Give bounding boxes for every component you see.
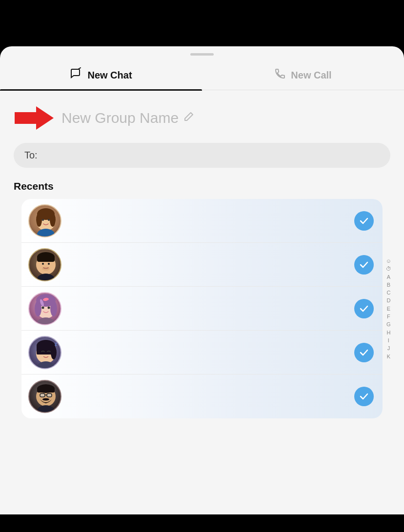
contact-item[interactable]: [21, 243, 383, 287]
sheet-wrapper: New Chat New Call New Group Name: [0, 0, 404, 532]
avatar: [28, 204, 61, 237]
svg-point-17: [37, 274, 55, 281]
alpha-char-a[interactable]: A: [387, 274, 390, 280]
svg-point-15: [48, 263, 50, 265]
avatar: z z z: [28, 336, 61, 369]
alpha-char-b[interactable]: B: [387, 281, 390, 288]
svg-point-24: [42, 306, 44, 309]
recents-label: Recents: [0, 178, 404, 199]
group-name-text[interactable]: New Group Name: [61, 110, 194, 126]
to-input[interactable]: [41, 150, 380, 161]
group-name-area: New Group Name: [0, 90, 404, 143]
svg-text:z: z: [57, 339, 59, 344]
check-badge[interactable]: [354, 343, 374, 362]
alpha-char-f[interactable]: F: [387, 313, 390, 320]
group-name-placeholder: New Group Name: [61, 110, 179, 126]
alpha-char-e[interactable]: E: [387, 305, 390, 312]
alpha-char-h[interactable]: H: [386, 329, 390, 336]
new-chat-icon: [70, 67, 82, 83]
svg-point-16: [42, 267, 50, 271]
contact-item[interactable]: z z z: [21, 331, 383, 374]
to-field[interactable]: To:: [14, 143, 390, 168]
avatar: [28, 248, 61, 281]
arrow-icon: [15, 105, 54, 131]
check-badge[interactable]: [354, 211, 374, 231]
tab-new-call-label: New Call: [291, 70, 331, 81]
contact-list: z z z: [21, 199, 383, 418]
svg-point-9: [37, 229, 55, 237]
alpha-char-j[interactable]: J: [387, 345, 390, 352]
to-field-wrapper: To:: [0, 143, 404, 178]
svg-point-36: [37, 361, 55, 369]
alpha-char-i[interactable]: I: [388, 337, 389, 344]
alpha-index: ☺ ⏱ A B C D E F G H I J K: [384, 254, 393, 364]
avatar: [28, 380, 61, 413]
svg-point-7: [42, 219, 44, 221]
tab-new-chat-label: New Chat: [87, 70, 132, 81]
tab-new-chat[interactable]: New Chat: [0, 59, 202, 90]
tab-new-call[interactable]: New Call: [202, 59, 404, 90]
alpha-char-g[interactable]: G: [386, 321, 391, 328]
edit-pencil-icon: [183, 111, 194, 125]
alpha-char-c[interactable]: C: [386, 289, 390, 296]
bottom-sheet: New Chat New Call New Group Name: [0, 46, 404, 514]
alpha-char-k[interactable]: K: [387, 353, 390, 360]
svg-point-27: [37, 317, 55, 325]
svg-point-25: [48, 306, 50, 309]
svg-point-21: [35, 301, 41, 316]
to-label: To:: [24, 150, 38, 161]
svg-text:z: z: [59, 338, 60, 341]
contact-item[interactable]: [21, 199, 383, 243]
contact-item[interactable]: [21, 374, 383, 418]
svg-rect-13: [37, 256, 55, 262]
svg-point-44: [42, 398, 49, 401]
check-badge[interactable]: [354, 387, 374, 406]
contact-item[interactable]: [21, 287, 383, 331]
alpha-char-emoji[interactable]: ☺: [386, 257, 391, 264]
svg-point-32: [51, 346, 57, 359]
svg-point-14: [42, 263, 44, 265]
svg-point-5: [36, 213, 42, 227]
svg-point-6: [50, 213, 56, 227]
check-badge[interactable]: [354, 299, 374, 318]
drag-handle[interactable]: [190, 53, 214, 56]
svg-marker-1: [15, 106, 54, 130]
svg-point-22: [50, 301, 57, 316]
avatar: [28, 292, 61, 325]
new-call-icon: [274, 68, 286, 82]
svg-rect-42: [47, 394, 52, 397]
svg-rect-41: [40, 394, 45, 397]
check-badge[interactable]: [354, 255, 374, 275]
svg-point-45: [37, 405, 55, 413]
alpha-char-d[interactable]: D: [386, 297, 390, 304]
svg-point-8: [48, 219, 50, 221]
tab-bar: New Chat New Call: [0, 59, 404, 90]
svg-line-0: [78, 68, 81, 69]
svg-rect-40: [37, 388, 55, 393]
alpha-char-clock[interactable]: ⏱: [386, 265, 391, 272]
